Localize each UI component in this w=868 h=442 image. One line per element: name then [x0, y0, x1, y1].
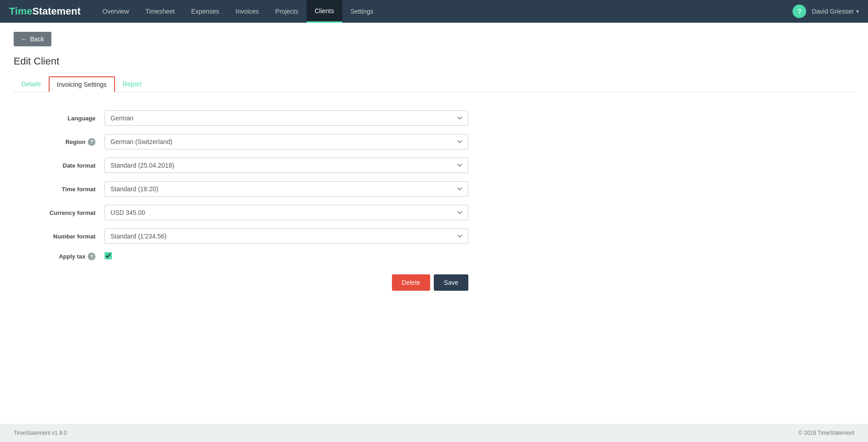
- apply-tax-row: Apply tax ?: [14, 252, 468, 261]
- back-button[interactable]: ← Back: [14, 32, 51, 46]
- currency-format-select[interactable]: USD 345.00 USD 345,00 $345.00: [105, 205, 468, 220]
- apply-tax-checkbox[interactable]: [105, 252, 112, 259]
- brand-logo: TimeStatement: [9, 5, 80, 17]
- number-format-row: Number format Standard (1'234.56) US (1,…: [14, 228, 468, 244]
- region-label: Region ?: [14, 138, 105, 146]
- nav-item-invoices[interactable]: Invoices: [227, 0, 267, 23]
- date-format-control: Standard (25.04.2018) US (04/25/2018) IS…: [105, 158, 468, 173]
- navbar: TimeStatement Overview Timesheet Expense…: [0, 0, 868, 23]
- currency-format-row: Currency format USD 345.00 USD 345,00 $3…: [14, 205, 468, 220]
- button-row: Delete Save: [14, 274, 468, 291]
- footer-copyright: © 2018 TimeStatement: [798, 430, 854, 436]
- language-select[interactable]: German English French Italian: [105, 110, 468, 126]
- number-format-control: Standard (1'234.56) US (1,234.56) EU (1.…: [105, 228, 468, 244]
- brand-statement: Statement: [32, 5, 80, 17]
- back-arrow-icon: ←: [21, 35, 27, 43]
- time-format-control: Standard (16:20) US (4:20 PM): [105, 181, 468, 197]
- apply-tax-control: [105, 252, 468, 261]
- currency-format-label: Currency format: [14, 209, 105, 216]
- region-control: German (Switzerland) German (Germany) En…: [105, 134, 468, 149]
- delete-button[interactable]: Delete: [392, 274, 430, 291]
- currency-format-control: USD 345.00 USD 345,00 $345.00: [105, 205, 468, 220]
- save-button[interactable]: Save: [434, 274, 468, 291]
- footer-version: TimeStatement v1.9.0: [14, 430, 67, 436]
- apply-tax-label: Apply tax ?: [14, 253, 105, 260]
- page-title: Edit Client: [14, 55, 854, 67]
- region-help-icon[interactable]: ?: [88, 138, 95, 146]
- tab-details[interactable]: Details: [14, 76, 49, 92]
- date-format-select[interactable]: Standard (25.04.2018) US (04/25/2018) IS…: [105, 158, 468, 173]
- help-button[interactable]: ?: [793, 5, 806, 18]
- brand-time: Time: [9, 5, 32, 17]
- time-format-row: Time format Standard (16:20) US (4:20 PM…: [14, 181, 468, 197]
- tab-report[interactable]: Report: [115, 76, 150, 92]
- nav-item-timesheet[interactable]: Timesheet: [137, 0, 183, 23]
- language-label: Language: [14, 115, 105, 122]
- language-control: German English French Italian: [105, 110, 468, 126]
- main-content: ← Back Edit Client Details Invoicing Set…: [0, 23, 868, 424]
- region-select[interactable]: German (Switzerland) German (Germany) En…: [105, 134, 468, 149]
- apply-tax-help-icon[interactable]: ?: [88, 253, 95, 260]
- number-format-label: Number format: [14, 233, 105, 240]
- time-format-label: Time format: [14, 186, 105, 193]
- nav-item-projects[interactable]: Projects: [267, 0, 306, 23]
- language-row: Language German English French Italian: [14, 110, 468, 126]
- nav-items: Overview Timesheet Expenses Invoices Pro…: [94, 0, 793, 23]
- nav-item-clients[interactable]: Clients: [306, 0, 342, 23]
- number-format-select[interactable]: Standard (1'234.56) US (1,234.56) EU (1.…: [105, 228, 468, 244]
- region-row: Region ? German (Switzerland) German (Ge…: [14, 134, 468, 149]
- tab-invoicing-settings[interactable]: Invoicing Settings: [49, 76, 115, 92]
- tabs: Details Invoicing Settings Report: [14, 76, 854, 92]
- nav-item-settings[interactable]: Settings: [342, 0, 382, 23]
- user-menu[interactable]: David Griesser: [812, 8, 859, 15]
- time-format-select[interactable]: Standard (16:20) US (4:20 PM): [105, 181, 468, 197]
- date-format-label: Date format: [14, 162, 105, 169]
- form-area: Language German English French Italian R…: [14, 106, 468, 295]
- footer: TimeStatement v1.9.0 © 2018 TimeStatemen…: [0, 424, 868, 442]
- back-button-label: Back: [30, 35, 44, 43]
- nav-item-overview[interactable]: Overview: [94, 0, 137, 23]
- nav-right: ? David Griesser: [793, 5, 859, 18]
- nav-item-expenses[interactable]: Expenses: [183, 0, 227, 23]
- date-format-row: Date format Standard (25.04.2018) US (04…: [14, 158, 468, 173]
